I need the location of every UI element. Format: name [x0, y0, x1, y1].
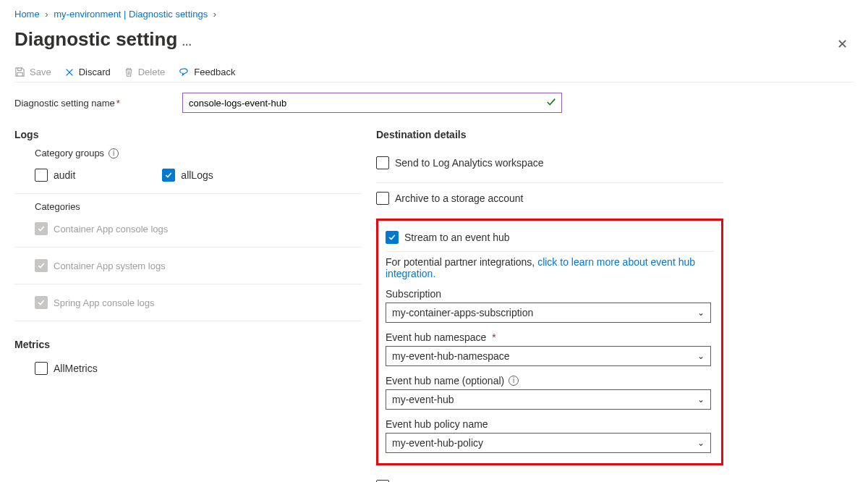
save-icon: [14, 67, 25, 77]
categories-label: Categories: [14, 201, 362, 212]
eventhub-name-label: Event hub name (optional) i: [386, 375, 714, 386]
chevron-right-icon: ›: [213, 9, 216, 20]
send-log-analytics-row[interactable]: Send to Log Analytics workspace: [376, 152, 723, 174]
chevron-right-icon: ›: [45, 9, 48, 20]
checkbox-disabled-icon: [35, 296, 48, 309]
toolbar: Save Discard Delete Feedback: [14, 62, 854, 83]
checkbox-icon: [35, 169, 48, 182]
category-item[interactable]: Container App system logs: [14, 255, 362, 276]
name-input[interactable]: [182, 93, 562, 113]
chevron-down-icon: ⌄: [697, 351, 705, 361]
breadcrumb-env[interactable]: my-environment | Diagnostic settings: [54, 9, 208, 20]
close-button[interactable]: ✕: [831, 33, 854, 55]
close-icon: ✕: [837, 37, 848, 51]
stream-event-hub-row[interactable]: Stream to an event hub: [386, 227, 714, 252]
destination-heading: Destination details: [376, 129, 723, 140]
chevron-down-icon: ⌄: [697, 308, 705, 318]
chevron-down-icon: ⌄: [697, 438, 705, 448]
policy-select[interactable]: my-event-hub-policy ⌄: [386, 433, 711, 453]
checkbox-checked-icon: [386, 231, 399, 244]
checkbox-checked-icon: [162, 169, 175, 182]
subscription-label: Subscription: [386, 288, 714, 300]
info-icon[interactable]: i: [509, 376, 519, 386]
close-icon: [64, 67, 75, 77]
breadcrumb[interactable]: Home › my-environment | Diagnostic setti…: [14, 9, 854, 20]
category-groups-label: Category groups i: [14, 148, 362, 158]
eventhub-name-select[interactable]: my-event-hub ⌄: [386, 389, 711, 410]
allmetrics-checkbox-row[interactable]: AllMetrics: [14, 358, 362, 379]
checkmark-icon: [546, 97, 556, 109]
delete-button[interactable]: Delete: [124, 67, 166, 77]
checkbox-icon: [35, 362, 48, 375]
archive-storage-row[interactable]: Archive to a storage account: [376, 187, 723, 209]
event-hub-section: Stream to an event hub For potential par…: [376, 219, 723, 465]
name-label: Diagnostic setting name*: [14, 98, 182, 109]
checkbox-disabled-icon: [35, 222, 48, 235]
alllogs-checkbox-row[interactable]: allLogs: [162, 164, 213, 186]
breadcrumb-home[interactable]: Home: [14, 9, 40, 20]
discard-button[interactable]: Discard: [64, 67, 111, 77]
category-item[interactable]: Container App console logs: [14, 218, 362, 240]
metrics-heading: Metrics: [14, 339, 362, 350]
checkbox-icon: [376, 192, 389, 205]
audit-checkbox-row[interactable]: audit: [35, 164, 75, 186]
save-button[interactable]: Save: [14, 67, 51, 77]
event-hub-help: For potential partner integrations, clic…: [386, 256, 714, 279]
namespace-label: Event hub namespace*: [386, 331, 714, 343]
checkbox-disabled-icon: [35, 259, 48, 272]
checkbox-icon: [376, 156, 389, 169]
namespace-select[interactable]: my-event-hub-namespace ⌄: [386, 346, 711, 366]
send-partner-row[interactable]: Send to partner solution: [376, 475, 723, 482]
policy-label: Event hub policy name: [386, 418, 714, 430]
category-item[interactable]: Spring App console logs: [14, 292, 362, 313]
logs-heading: Logs: [14, 129, 362, 140]
subscription-select[interactable]: my-container-apps-subscription ⌄: [386, 303, 711, 323]
trash-icon: [124, 67, 134, 77]
page-title: Diagnostic setting…: [14, 28, 192, 51]
feedback-button[interactable]: Feedback: [178, 67, 235, 77]
chevron-down-icon: ⌄: [697, 394, 705, 405]
info-icon[interactable]: i: [109, 148, 119, 158]
more-icon[interactable]: …: [182, 36, 192, 48]
feedback-icon: [178, 67, 190, 77]
